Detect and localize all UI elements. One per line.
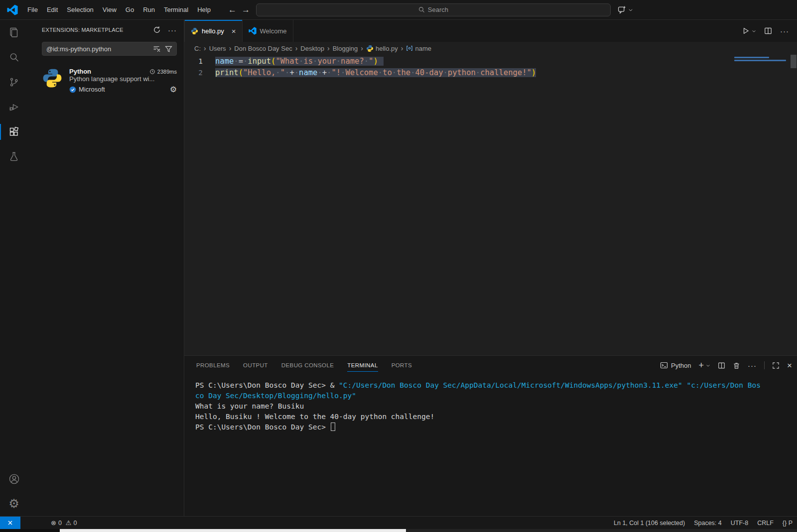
menu-selection[interactable]: Selection — [62, 3, 98, 16]
terminal-line-5: PS C:\Users\Don Bosco Day Sec> — [195, 422, 797, 432]
kill-terminal-trash-icon[interactable] — [733, 362, 740, 369]
status-item--p[interactable]: {} P — [778, 520, 797, 527]
menu-edit[interactable]: Edit — [42, 3, 62, 16]
extensions-search-value: @id:ms-python.python — [46, 45, 149, 53]
sidebar-title: EXTENSIONS: MARKETPLACE — [42, 27, 153, 33]
maximize-panel-icon[interactable] — [772, 362, 780, 369]
extensions-icon[interactable] — [0, 119, 28, 144]
extension-manage-gear-icon[interactable]: ⚙ — [170, 85, 177, 94]
refresh-icon[interactable] — [153, 26, 161, 34]
more-actions-icon[interactable]: ··· — [168, 26, 177, 34]
vscode-logo-icon — [7, 4, 18, 15]
copilot-menu[interactable] — [618, 5, 633, 14]
menu-run[interactable]: Run — [138, 3, 159, 16]
python-extension-icon — [42, 68, 63, 89]
new-terminal-button[interactable]: + — [699, 361, 711, 370]
search-view-icon[interactable] — [0, 45, 28, 70]
terminal-more-actions-icon[interactable]: ··· — [748, 361, 757, 370]
split-editor-icon[interactable] — [764, 27, 772, 35]
python-icon — [366, 45, 374, 52]
back-arrow-icon[interactable]: ← — [228, 5, 237, 15]
extension-list-item-python[interactable]: Python 2389ms Python language support wi… — [28, 61, 184, 100]
menu-go[interactable]: Go — [121, 3, 138, 16]
breadcrumb-item-desktop[interactable]: Desktop — [299, 45, 325, 52]
breadcrumb-item-name[interactable]: name — [405, 45, 432, 52]
menu-file[interactable]: File — [23, 3, 42, 16]
chevron-down-icon — [628, 7, 633, 12]
filter-icon[interactable] — [165, 45, 172, 53]
title-bar: FileEditSelectionViewGoRunTerminalHelp ←… — [0, 0, 797, 20]
breadcrumb-item-blogging[interactable]: Blogging — [332, 45, 359, 52]
run-python-file-button[interactable] — [742, 27, 756, 35]
clear-filter-icon[interactable] — [153, 45, 161, 53]
tab-label: hello.py — [202, 27, 224, 35]
breadcrumb-separator-icon: › — [295, 44, 298, 52]
code-line-text: name·=·input("What·is·your·name?·") — [215, 56, 384, 67]
panel-tab-output[interactable]: OUTPUT — [243, 356, 268, 375]
status-item-spaces-4[interactable]: Spaces: 4 — [689, 520, 726, 527]
code-editor[interactable]: 1name·=·input("What·is·your·name?·")2pri… — [184, 55, 797, 355]
tab-welcome[interactable]: Welcome — [243, 20, 293, 42]
close-tab-icon[interactable]: × — [232, 27, 236, 35]
panel-tab-problems[interactable]: PROBLEMS — [196, 356, 230, 375]
extensions-search-input[interactable]: @id:ms-python.python — [42, 42, 177, 56]
warning-icon: ⚠ — [66, 519, 72, 527]
breadcrumb-item-users[interactable]: Users — [208, 45, 227, 52]
menu-bar: FileEditSelectionViewGoRunTerminalHelp — [23, 0, 215, 19]
menu-terminal[interactable]: Terminal — [159, 3, 193, 16]
clock-history-icon — [149, 69, 155, 75]
code-line-2[interactable]: 2print("Hello,·"·+·name·+·"!·Welcome·to·… — [184, 67, 797, 79]
status-item-crlf[interactable]: CRLF — [753, 520, 778, 527]
extension-load-time: 2389ms — [157, 69, 177, 75]
extension-description: Python language support wi... — [69, 75, 154, 83]
breadcrumb-separator-icon: › — [204, 44, 206, 52]
status-bar: ⊗ 0 ⚠ 0 Ln 1, Col 1 (106 selected)Spaces… — [0, 516, 797, 529]
search-input[interactable]: Search — [256, 3, 611, 16]
remote-indicator[interactable] — [0, 517, 20, 529]
forward-arrow-icon[interactable]: → — [242, 5, 250, 15]
breadcrumb-item-c-[interactable]: C: — [193, 45, 202, 52]
testing-icon[interactable] — [0, 144, 28, 169]
extensions-sidebar: EXTENSIONS: MARKETPLACE ··· @id:ms-pytho… — [28, 20, 184, 516]
breadcrumb-separator-icon: › — [327, 44, 330, 52]
error-icon: ⊗ — [51, 519, 56, 527]
run-and-debug-icon[interactable] — [0, 95, 28, 119]
editor-scrollbar[interactable] — [790, 55, 797, 355]
vscode-icon — [249, 27, 257, 35]
breadcrumb-item-hello-py[interactable]: hello.py — [365, 45, 399, 52]
status-item-ln-1-col-1-106-selected-[interactable]: Ln 1, Col 1 (106 selected) — [609, 520, 689, 527]
terminal-shell-selector[interactable]: Python — [660, 361, 691, 369]
terminal-icon — [660, 361, 668, 369]
problems-status-item[interactable]: ⊗ 0 ⚠ 0 — [46, 519, 81, 527]
line-number[interactable]: 2 — [184, 67, 215, 79]
breadcrumb-item-don-bosco-day-sec[interactable]: Don Bosco Day Sec — [233, 45, 293, 52]
menu-help[interactable]: Help — [193, 3, 215, 16]
search-icon — [418, 6, 425, 13]
split-terminal-icon[interactable] — [718, 362, 725, 369]
editor-more-actions-icon[interactable]: ··· — [780, 27, 789, 35]
panel-tab-terminal[interactable]: TERMINAL — [347, 356, 378, 375]
close-panel-icon[interactable]: × — [787, 361, 792, 370]
source-control-icon[interactable] — [0, 70, 28, 95]
minimap[interactable] — [734, 55, 790, 355]
panel-tab-ports[interactable]: PORTS — [392, 356, 412, 375]
menu-view[interactable]: View — [98, 3, 121, 16]
terminal-cursor — [331, 423, 335, 431]
activity-bar: ⚙ — [0, 20, 28, 516]
status-item-utf-8[interactable]: UTF-8 — [726, 520, 753, 527]
terminal-line-4: Hello, Busiku ! Welcome to the 40-day py… — [195, 412, 797, 422]
explorer-icon[interactable] — [0, 20, 28, 45]
code-line-1[interactable]: 1name·=·input("What·is·your·name?·") — [184, 56, 797, 67]
terminal-shell-label: Python — [671, 362, 691, 369]
python-icon — [191, 27, 198, 35]
error-count: 0 — [58, 520, 62, 527]
tab-hello-py[interactable]: hello.py× — [184, 20, 243, 42]
accounts-icon[interactable] — [0, 466, 28, 491]
terminal-output[interactable]: PS C:\Users\Don Bosco Day Sec> & "C:/Use… — [184, 375, 797, 516]
settings-gear-icon[interactable]: ⚙ — [0, 491, 28, 516]
terminal-line-2: co Day Sec/Desktop/Blogging/hello.py" — [195, 391, 797, 401]
line-number[interactable]: 1 — [184, 56, 215, 67]
panel-tab-debug-console[interactable]: DEBUG CONSOLE — [281, 356, 334, 375]
copilot-icon — [618, 5, 626, 14]
verified-publisher-icon — [69, 86, 76, 93]
